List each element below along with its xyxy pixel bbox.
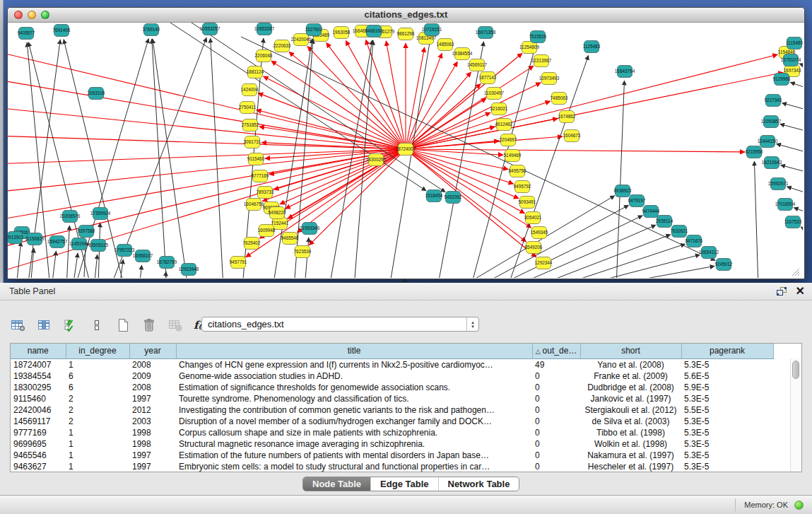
graph-node[interactable]: 7485063 [551, 93, 568, 105]
delete-rows-icon[interactable] [141, 317, 158, 334]
panel-splitter-handle[interactable] [402, 279, 408, 282]
network-window[interactable]: citations_edges.txt 18724007183002952206… [7, 7, 805, 279]
graph-node[interactable]: 11254809 [519, 42, 539, 54]
graph-node[interactable]: 1674862 [558, 111, 576, 123]
graph-node[interactable]: 8938923 [614, 185, 632, 197]
graph-node[interactable]: 13505115 [88, 240, 108, 252]
graph-node[interactable]: 17016504 [775, 199, 796, 211]
graph-node[interactable]: 1527602 [305, 24, 323, 36]
graph-node[interactable]: 10654112 [699, 247, 719, 259]
column-header-name[interactable]: name [11, 344, 66, 358]
graph-node[interactable]: 16958107 [133, 250, 153, 262]
column-header-title[interactable]: title [176, 344, 532, 358]
table-row[interactable]: 969969511998Structural magnetic resonanc… [11, 438, 773, 450]
graph-node[interactable]: 9457791 [230, 257, 247, 269]
select-rows-icon[interactable] [62, 317, 79, 334]
graph-node[interactable]: 16210643 [762, 157, 782, 169]
graph-node[interactable]: 1485063 [437, 39, 454, 51]
graph-node[interactable]: 2751852 [242, 119, 259, 132]
graph-node[interactable]: 11451944 [69, 238, 89, 250]
graph-node[interactable]: 1518454 [425, 190, 443, 202]
graph-node[interactable]: 12093857 [761, 116, 782, 128]
column-header-pagerank[interactable]: pagerank [681, 344, 773, 358]
table-settings-icon[interactable] [10, 317, 27, 334]
table-scrollbar[interactable] [790, 358, 801, 472]
graph-node[interactable]: 1115480 [786, 37, 803, 49]
graph-node[interactable]: 7632621 [671, 226, 688, 238]
table-row[interactable]: 1456911722003Disruption of a novel membe… [11, 416, 773, 427]
graph-node[interactable]: 5149469 [504, 150, 522, 162]
graph-node[interactable]: 15942757 [47, 236, 68, 248]
graph-node[interactable]: 12213967 [531, 55, 552, 67]
graph-node[interactable]: 11156829 [25, 233, 45, 245]
graph-node[interactable]: 7691406 [53, 25, 71, 37]
table-row[interactable]: 946362711997Embryonic stem cells: a mode… [11, 461, 773, 472]
show-columns-icon[interactable] [36, 317, 53, 334]
graph-node[interactable]: 8466160 [365, 25, 383, 37]
graph-node[interactable]: 9115460 [247, 153, 265, 165]
graph-node[interactable]: 2206048 [255, 50, 273, 62]
graph-node[interactable]: 4612462 [495, 119, 513, 131]
graph-node[interactable]: 5498220 [269, 207, 286, 219]
graph-node[interactable]: 18300295 [366, 154, 387, 166]
graph-node[interactable]: 16046756 [244, 199, 264, 211]
graph-node[interactable]: 12444150 [758, 136, 778, 148]
graph-node[interactable]: 1609948 [258, 225, 276, 237]
graph-node[interactable]: 20206576 [60, 211, 81, 223]
graph-node[interactable]: 1167533 [784, 216, 802, 228]
tab-edge-table[interactable]: Edge Table [370, 477, 437, 491]
graph-node[interactable]: 1881124 [247, 66, 264, 78]
graph-node[interactable]: 8495758 [509, 165, 526, 177]
resize-grip-icon[interactable] [792, 269, 799, 276]
table-row[interactable]: 1830029562008Estimation of significance … [11, 382, 773, 393]
graph-node[interactable]: 7625402 [243, 238, 261, 250]
graph-node[interactable]: 5093491 [519, 197, 536, 209]
table-row[interactable]: 946554611997Estimation of the future num… [11, 450, 773, 461]
new-table-icon[interactable] [114, 317, 131, 334]
graph-node[interactable]: 1125483 [583, 41, 601, 53]
tab-node-table[interactable]: Node Table [303, 477, 370, 491]
graph-node[interactable]: 8471676 [686, 235, 703, 247]
graph-node[interactable]: 3054021 [524, 212, 542, 224]
graph-node[interactable]: 3216021 [490, 103, 508, 115]
graph-node[interactable]: 10653287 [254, 23, 275, 35]
table-row[interactable]: 1938455462009Genome-wide association stu… [11, 370, 773, 382]
network-graph[interactable]: 1872400718300295220604818811241424004275… [8, 23, 803, 278]
graph-node[interactable]: 7893733 [257, 187, 274, 199]
graph-node[interactable]: 10973493 [539, 73, 560, 85]
graph-node[interactable]: 2935114 [656, 216, 673, 228]
delete-table-icon[interactable] [167, 317, 184, 334]
graph-node[interactable]: 18724007 [396, 144, 416, 156]
graph-node[interactable]: 14569117 [467, 59, 487, 71]
table-select-dropdown[interactable]: citations_edges.txt ▲▼ [201, 317, 479, 332]
graph-node[interactable]: 15992971 [768, 178, 789, 190]
graph-node[interactable]: 3769140 [143, 24, 160, 36]
graph-node[interactable]: 16843794 [615, 66, 635, 78]
tab-network-table[interactable]: Network Table [438, 477, 519, 491]
graph-node[interactable]: 21953346 [300, 223, 320, 235]
column-header-short[interactable]: short [580, 344, 681, 358]
row-height-icon[interactable] [88, 317, 105, 334]
graph-node[interactable]: 16782759 [157, 257, 177, 269]
graph-node[interactable]: 17359924 [90, 208, 111, 220]
graph-node[interactable]: 9227343 [765, 95, 782, 107]
float-panel-icon[interactable] [777, 287, 787, 296]
window-titlebar[interactable]: citations_edges.txt [8, 8, 804, 23]
graph-node[interactable]: 2063108 [88, 88, 105, 100]
graph-node[interactable]: 9129966 [773, 74, 791, 86]
graph-node[interactable]: 2204697 [500, 134, 517, 146]
table-row[interactable]: 1872400712008Changes of HCN gene express… [11, 358, 773, 370]
graph-node[interactable]: 1877143 [479, 72, 497, 84]
graph-node[interactable]: 1549345 [531, 227, 548, 239]
graph-node[interactable]: 12923448 [179, 264, 199, 276]
graph-node[interactable]: 3913901 [8, 232, 24, 244]
graph-node[interactable]: 5452061 [445, 192, 462, 204]
graph-node[interactable]: 6479197 [628, 195, 646, 207]
graph-node[interactable]: 8215958 [746, 146, 763, 158]
graph-node[interactable]: 9861298 [397, 28, 415, 40]
table-row[interactable]: 977716911998Corpus callosum shape and si… [11, 427, 773, 438]
graph-node[interactable]: 9405577 [18, 28, 35, 40]
graph-node[interactable]: 9465546 [281, 233, 299, 245]
column-header-year[interactable]: year [129, 344, 176, 358]
graph-node[interactable]: 2220633 [273, 40, 291, 52]
